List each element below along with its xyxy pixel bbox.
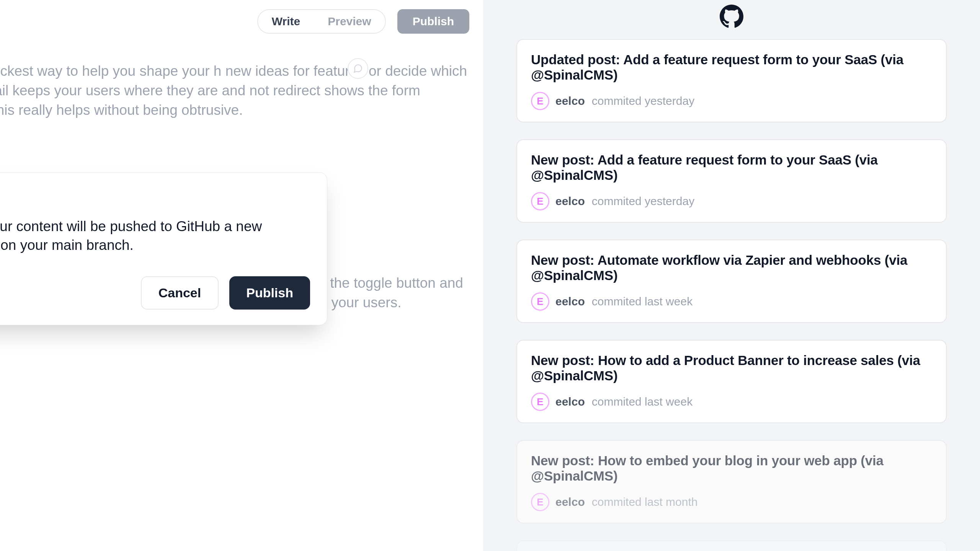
commit-time: commited last month <box>592 496 698 509</box>
cancel-button[interactable]: Cancel <box>141 276 219 310</box>
avatar: E <box>531 92 549 110</box>
commit-author: eelco <box>555 395 585 408</box>
commit-meta: Eeelcocommited last week <box>531 292 932 311</box>
commit-time: commited yesterday <box>592 195 694 208</box>
commit-author: eelco <box>555 496 585 509</box>
modal-title: ady to publish? <box>0 191 310 210</box>
commit-card[interactable]: Updated post: Add a feature request form… <box>516 39 947 122</box>
commit-author: eelco <box>555 295 585 308</box>
commit-card[interactable]: New post: Automate workflow via Zapier a… <box>516 240 947 323</box>
commit-time: commited yesterday <box>592 95 694 108</box>
comment-icon[interactable] <box>348 58 368 79</box>
commit-meta: Eeelcocommited last week <box>531 393 932 411</box>
editor-pane: Write Preview Publish orm to your SaaS o… <box>0 0 483 551</box>
commit-list: Updated post: Add a feature request form… <box>516 39 947 551</box>
avatar: E <box>531 493 549 511</box>
commit-card[interactable]: New post: Add a feature request form to … <box>516 139 947 223</box>
commit-title: New post: Add a feature request form to … <box>531 152 932 183</box>
post-paragraph: our SaaS' users is the quickest way to h… <box>0 61 471 120</box>
publish-button[interactable]: Publish <box>229 276 310 310</box>
avatar: E <box>531 393 549 411</box>
publish-confirm-modal: ady to publish? en you click Publish you… <box>0 172 327 325</box>
github-pane: Updated post: Add a feature request form… <box>483 0 980 551</box>
commit-meta: Eeelcocommited yesterday <box>531 192 932 210</box>
commit-time: commited last week <box>592 295 693 308</box>
post-title: orm to your SaaS <box>0 11 471 31</box>
avatar: E <box>531 292 549 311</box>
commit-author: eelco <box>555 95 585 108</box>
github-icon <box>720 5 743 28</box>
commit-title: New post: How to embed your blog in your… <box>531 453 932 484</box>
avatar: E <box>531 192 549 210</box>
commit-title: Updated post: Add a feature request form… <box>531 52 932 83</box>
modal-body: en you click Publish your content will b… <box>0 217 310 255</box>
commit-title: New post: Automate workflow via Zapier a… <box>531 253 932 283</box>
commit-card[interactable]: New post: How to add a Product Banner to… <box>516 340 947 423</box>
commit-card[interactable]: New post: How to embed your blog in your… <box>516 440 947 523</box>
commit-card[interactable]: New post: Embed your medium posts feed t… <box>516 540 947 551</box>
commit-meta: Eeelcocommited yesterday <box>531 92 932 110</box>
commit-title: New post: How to add a Product Banner to… <box>531 353 932 383</box>
commit-time: commited last week <box>592 395 693 408</box>
commit-author: eelco <box>555 195 585 208</box>
commit-meta: Eeelcocommited last month <box>531 493 932 511</box>
modal-actions: Cancel Publish <box>0 276 310 310</box>
